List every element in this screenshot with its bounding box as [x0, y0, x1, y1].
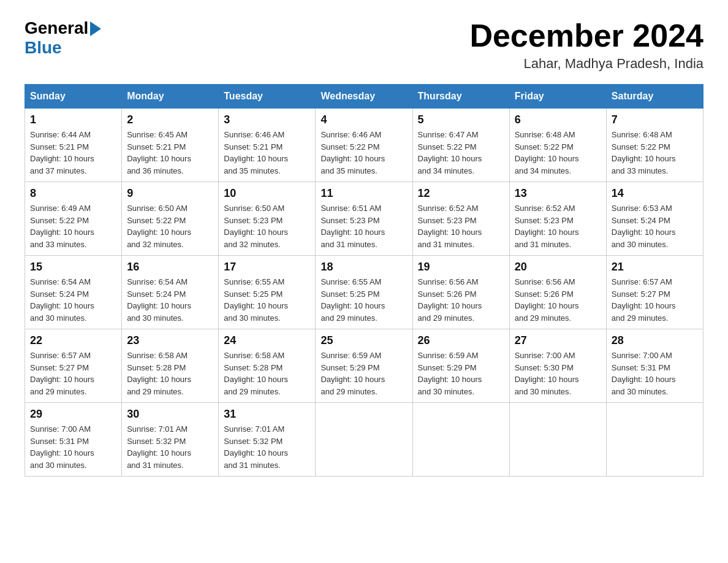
calendar-cell: 1 Sunrise: 6:44 AMSunset: 5:21 PMDayligh…	[25, 109, 122, 182]
calendar-cell: 18 Sunrise: 6:55 AMSunset: 5:25 PMDaylig…	[316, 256, 412, 329]
day-number: 15	[30, 261, 116, 274]
day-info: Sunrise: 6:52 AMSunset: 5:23 PMDaylight:…	[418, 204, 482, 249]
day-info: Sunrise: 6:46 AMSunset: 5:22 PMDaylight:…	[320, 130, 385, 175]
day-info: Sunrise: 6:50 AMSunset: 5:23 PMDaylight:…	[224, 204, 288, 249]
calendar-cell: 3 Sunrise: 6:46 AMSunset: 5:21 PMDayligh…	[219, 109, 316, 182]
calendar-cell: 26 Sunrise: 6:59 AMSunset: 5:29 PMDaylig…	[412, 329, 509, 403]
day-info: Sunrise: 6:45 AMSunset: 5:21 PMDaylight:…	[127, 130, 191, 175]
calendar-cell: 4 Sunrise: 6:46 AMSunset: 5:22 PMDayligh…	[316, 109, 412, 182]
day-number: 5	[418, 113, 504, 126]
calendar-subtitle: Lahar, Madhya Pradesh, India	[469, 56, 703, 72]
calendar-cell: 25 Sunrise: 6:59 AMSunset: 5:29 PMDaylig…	[316, 329, 412, 403]
calendar-cell: 12 Sunrise: 6:52 AMSunset: 5:23 PMDaylig…	[412, 182, 509, 256]
day-number: 26	[418, 334, 504, 347]
day-info: Sunrise: 6:48 AMSunset: 5:22 PMDaylight:…	[515, 130, 579, 175]
day-info: Sunrise: 6:50 AMSunset: 5:22 PMDaylight:…	[127, 204, 191, 249]
calendar-week-4: 22 Sunrise: 6:57 AMSunset: 5:27 PMDaylig…	[25, 329, 703, 403]
day-info: Sunrise: 6:51 AMSunset: 5:23 PMDaylight:…	[320, 204, 385, 249]
calendar-week-1: 1 Sunrise: 6:44 AMSunset: 5:21 PMDayligh…	[25, 109, 703, 182]
day-info: Sunrise: 6:54 AMSunset: 5:24 PMDaylight:…	[127, 277, 191, 323]
day-info: Sunrise: 6:54 AMSunset: 5:24 PMDaylight:…	[30, 277, 94, 323]
day-number: 11	[320, 187, 407, 200]
day-info: Sunrise: 7:00 AMSunset: 5:31 PMDaylight:…	[30, 424, 94, 470]
calendar-cell	[316, 403, 412, 477]
calendar-week-2: 8 Sunrise: 6:49 AMSunset: 5:22 PMDayligh…	[25, 182, 703, 256]
calendar-table: SundayMondayTuesdayWednesdayThursdayFrid…	[25, 84, 703, 477]
day-number: 19	[418, 261, 504, 274]
day-number: 10	[224, 187, 310, 200]
header-day-thursday: Thursday	[412, 85, 509, 109]
header-day-monday: Monday	[122, 85, 219, 109]
calendar-cell: 28 Sunrise: 7:00 AMSunset: 5:31 PMDaylig…	[606, 329, 703, 403]
day-info: Sunrise: 6:44 AMSunset: 5:21 PMDaylight:…	[30, 130, 94, 175]
day-number: 12	[418, 187, 504, 200]
calendar-cell: 15 Sunrise: 6:54 AMSunset: 5:24 PMDaylig…	[25, 256, 122, 329]
day-info: Sunrise: 6:53 AMSunset: 5:24 PMDaylight:…	[612, 204, 676, 249]
day-info: Sunrise: 6:52 AMSunset: 5:23 PMDaylight:…	[515, 204, 579, 249]
day-info: Sunrise: 6:55 AMSunset: 5:25 PMDaylight:…	[224, 277, 288, 323]
calendar-cell: 8 Sunrise: 6:49 AMSunset: 5:22 PMDayligh…	[25, 182, 122, 256]
day-info: Sunrise: 6:49 AMSunset: 5:22 PMDaylight:…	[30, 204, 94, 249]
day-number: 8	[30, 187, 116, 200]
header-day-tuesday: Tuesday	[219, 85, 316, 109]
calendar-cell: 23 Sunrise: 6:58 AMSunset: 5:28 PMDaylig…	[122, 329, 219, 403]
calendar-cell: 22 Sunrise: 6:57 AMSunset: 5:27 PMDaylig…	[25, 329, 122, 403]
day-number: 2	[127, 113, 213, 126]
day-number: 23	[127, 334, 213, 347]
header-day-friday: Friday	[509, 85, 606, 109]
calendar-cell: 10 Sunrise: 6:50 AMSunset: 5:23 PMDaylig…	[219, 182, 316, 256]
day-number: 9	[127, 187, 213, 200]
calendar-cell: 11 Sunrise: 6:51 AMSunset: 5:23 PMDaylig…	[316, 182, 412, 256]
logo: General Blue	[25, 18, 101, 58]
day-info: Sunrise: 7:00 AMSunset: 5:30 PMDaylight:…	[515, 351, 579, 396]
day-number: 28	[612, 334, 698, 347]
day-number: 18	[320, 261, 407, 274]
calendar-cell: 21 Sunrise: 6:57 AMSunset: 5:27 PMDaylig…	[606, 256, 703, 329]
calendar-cell: 24 Sunrise: 6:58 AMSunset: 5:28 PMDaylig…	[219, 329, 316, 403]
calendar-cell: 27 Sunrise: 7:00 AMSunset: 5:30 PMDaylig…	[509, 329, 606, 403]
calendar-cell: 14 Sunrise: 6:53 AMSunset: 5:24 PMDaylig…	[606, 182, 703, 256]
day-number: 27	[515, 334, 601, 347]
day-number: 3	[224, 113, 310, 126]
calendar-cell: 2 Sunrise: 6:45 AMSunset: 5:21 PMDayligh…	[122, 109, 219, 182]
day-info: Sunrise: 6:58 AMSunset: 5:28 PMDaylight:…	[127, 351, 191, 396]
day-number: 1	[30, 113, 116, 126]
day-number: 4	[320, 113, 407, 126]
day-number: 31	[224, 408, 310, 421]
day-number: 24	[224, 334, 310, 347]
calendar-cell	[509, 403, 606, 477]
day-info: Sunrise: 6:57 AMSunset: 5:27 PMDaylight:…	[30, 351, 94, 396]
day-number: 21	[612, 261, 698, 274]
day-number: 6	[515, 113, 601, 126]
day-number: 25	[320, 334, 407, 347]
day-info: Sunrise: 6:59 AMSunset: 5:29 PMDaylight:…	[418, 351, 482, 396]
logo-general-text: General	[25, 18, 88, 38]
day-number: 7	[612, 113, 698, 126]
calendar-cell: 5 Sunrise: 6:47 AMSunset: 5:22 PMDayligh…	[412, 109, 509, 182]
calendar-cell: 17 Sunrise: 6:55 AMSunset: 5:25 PMDaylig…	[219, 256, 316, 329]
calendar-cell	[412, 403, 509, 477]
day-info: Sunrise: 6:56 AMSunset: 5:26 PMDaylight:…	[515, 277, 579, 323]
calendar-title: December 2024	[469, 18, 703, 53]
day-number: 14	[612, 187, 698, 200]
calendar-cell: 31 Sunrise: 7:01 AMSunset: 5:32 PMDaylig…	[219, 403, 316, 477]
day-info: Sunrise: 6:59 AMSunset: 5:29 PMDaylight:…	[320, 351, 385, 396]
day-info: Sunrise: 6:57 AMSunset: 5:27 PMDaylight:…	[612, 277, 676, 323]
day-info: Sunrise: 7:01 AMSunset: 5:32 PMDaylight:…	[224, 424, 288, 470]
calendar-cell: 29 Sunrise: 7:00 AMSunset: 5:31 PMDaylig…	[25, 403, 122, 477]
day-number: 22	[30, 334, 116, 347]
calendar-week-3: 15 Sunrise: 6:54 AMSunset: 5:24 PMDaylig…	[25, 256, 703, 329]
logo-arrow-icon	[90, 21, 101, 36]
calendar-cell: 9 Sunrise: 6:50 AMSunset: 5:22 PMDayligh…	[122, 182, 219, 256]
day-info: Sunrise: 6:48 AMSunset: 5:22 PMDaylight:…	[612, 130, 676, 175]
calendar-week-5: 29 Sunrise: 7:00 AMSunset: 5:31 PMDaylig…	[25, 403, 703, 477]
logo-blue-text: Blue	[25, 38, 62, 58]
calendar-cell: 16 Sunrise: 6:54 AMSunset: 5:24 PMDaylig…	[122, 256, 219, 329]
calendar-cell: 13 Sunrise: 6:52 AMSunset: 5:23 PMDaylig…	[509, 182, 606, 256]
page-header: General Blue December 2024 Lahar, Madhya…	[25, 18, 703, 72]
day-number: 17	[224, 261, 310, 274]
calendar-cell: 6 Sunrise: 6:48 AMSunset: 5:22 PMDayligh…	[509, 109, 606, 182]
header-row: SundayMondayTuesdayWednesdayThursdayFrid…	[25, 85, 703, 109]
header-day-wednesday: Wednesday	[316, 85, 412, 109]
day-number: 16	[127, 261, 213, 274]
